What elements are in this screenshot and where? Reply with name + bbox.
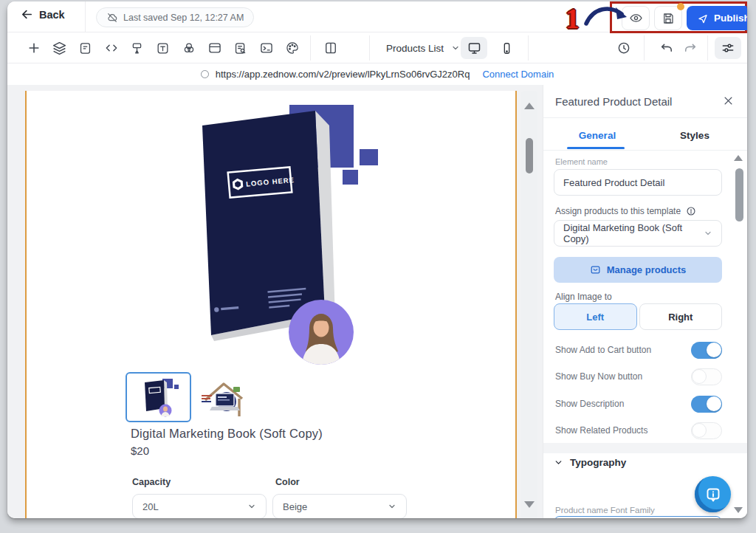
last-saved-text: Last saved Sep 12, 12:27 AM: [123, 13, 244, 23]
section-divider: [543, 443, 747, 453]
sliders-icon: [721, 41, 735, 55]
scrollbar-thumb[interactable]: [526, 138, 533, 173]
scroll-up-arrow[interactable]: [524, 103, 535, 109]
product-thumbnail-selected[interactable]: [126, 372, 191, 422]
pages-icon[interactable]: [72, 32, 98, 63]
back-arrow-icon: [21, 8, 33, 21]
active-tab-underline: [567, 147, 625, 149]
app-window: Back Last saved Sep 12, 12:27 AM: [0, 0, 756, 533]
tab-general[interactable]: General: [554, 123, 641, 147]
divider: [369, 35, 370, 61]
undo-button[interactable]: [654, 37, 679, 59]
split-columns-icon[interactable]: [317, 32, 343, 63]
chat-info-icon: [704, 486, 722, 503]
assigned-product-value: Digital Marketing Book (Soft Copy): [563, 222, 704, 244]
divider: [644, 35, 645, 61]
page-selector-dropdown[interactable]: Products List: [380, 32, 466, 63]
toggle-row-buy-now: Show Buy Now button: [555, 368, 722, 385]
toggle-row-add-to-cart: Show Add to Cart button: [555, 341, 722, 359]
back-button[interactable]: Back: [21, 8, 65, 21]
element-name-input[interactable]: [554, 169, 722, 196]
align-left-button[interactable]: Left: [554, 303, 637, 330]
font-family-select[interactable]: [554, 516, 722, 518]
chevron-down-icon: [451, 44, 460, 52]
theme-palette-icon[interactable]: [279, 32, 305, 63]
element-toolbar-icons: [21, 32, 305, 63]
design-paint-icon[interactable]: [124, 32, 150, 63]
version-history-button[interactable]: [611, 37, 636, 59]
typography-section-header[interactable]: Typography: [554, 457, 626, 468]
scroll-down-arrow[interactable]: [524, 501, 535, 508]
redo-icon: [683, 41, 698, 55]
toggle-row-description: Show Description: [555, 395, 722, 413]
blend-circles-icon[interactable]: [176, 32, 202, 63]
add-element-icon[interactable]: [21, 32, 47, 63]
capacity-select[interactable]: 20L: [132, 494, 267, 518]
top-bar: Back Last saved Sep 12, 12:27 AM: [7, 1, 747, 32]
builder-window: Back Last saved Sep 12, 12:27 AM: [7, 1, 747, 518]
help-chat-button[interactable]: [695, 476, 731, 512]
undo-icon: [659, 41, 674, 55]
main-area: LOGO HERE: [7, 85, 747, 518]
canvas-scrollbar[interactable]: [521, 91, 537, 518]
annotation-step-number: 1: [566, 3, 580, 35]
show-related-products-toggle[interactable]: [691, 422, 722, 439]
divider: [310, 35, 311, 61]
chevron-down-icon: [554, 458, 563, 467]
panel-scrollbar-thumb[interactable]: [735, 168, 743, 221]
chevron-down-icon: [247, 502, 256, 511]
show-add-to-cart-toggle[interactable]: [691, 342, 722, 359]
color-select[interactable]: Beige: [272, 494, 407, 518]
product-thumbnail-2[interactable]: [199, 378, 247, 421]
chevron-down-icon: [388, 502, 396, 511]
cloud-off-icon: [106, 12, 118, 24]
section-card-icon[interactable]: [202, 32, 227, 63]
align-image-label: Align Image to: [555, 292, 612, 302]
back-label: Back: [39, 9, 65, 21]
preferences-button[interactable]: [715, 37, 741, 59]
send-icon: [697, 13, 709, 24]
text-icon[interactable]: [150, 32, 176, 63]
product-price: $20: [131, 444, 149, 457]
save-button[interactable]: [654, 6, 682, 30]
layers-icon[interactable]: [47, 32, 72, 63]
element-name-label: Element name: [555, 157, 608, 166]
assigned-product-select[interactable]: Digital Marketing Book (Soft Copy): [554, 220, 722, 247]
settings-panel: Featured Product Detail General Styles E…: [543, 85, 747, 518]
toggle-row-related-products: Show Related Products: [555, 422, 722, 439]
embed-terminal-icon[interactable]: [253, 32, 279, 63]
publish-button[interactable]: Publish: [687, 6, 747, 30]
page-selector-value: Products List: [386, 43, 444, 54]
align-right-button[interactable]: Right: [639, 303, 723, 330]
show-description-toggle[interactable]: [691, 396, 722, 413]
mobile-icon: [500, 41, 514, 55]
option-label-capacity: Capacity: [132, 477, 171, 487]
floppy-icon: [662, 12, 675, 25]
manage-products-button[interactable]: Manage products: [554, 257, 722, 283]
info-icon[interactable]: [686, 206, 696, 216]
url-status-icon: [201, 70, 209, 78]
divider: [543, 117, 747, 118]
align-image-buttons: Left Right: [554, 303, 722, 330]
option-label-color: Color: [275, 477, 300, 487]
panel-scroll-up-arrow[interactable]: [734, 155, 743, 161]
redo-button[interactable]: [678, 37, 703, 59]
show-buy-now-toggle[interactable]: [691, 368, 722, 385]
panel-title: Featured Product Detail: [555, 95, 672, 108]
tab-styles[interactable]: Styles: [651, 123, 738, 147]
topbar-actions: Publish: [622, 6, 747, 30]
connect-domain-link[interactable]: Connect Domain: [482, 69, 554, 80]
unsaved-changes-dot: [677, 3, 684, 10]
page-canvas[interactable]: LOGO HERE: [25, 91, 517, 518]
desktop-preview-button[interactable]: [461, 37, 487, 59]
author-avatar: [289, 300, 354, 365]
form-search-icon[interactable]: [227, 32, 253, 63]
eye-icon: [629, 11, 643, 25]
last-saved-pill: Last saved Sep 12, 12:27 AM: [96, 7, 254, 27]
mobile-preview-button[interactable]: [493, 37, 520, 59]
history-clock-icon: [616, 41, 631, 55]
preview-url: https://app.zednow.com/v2/preview/lPkyLr…: [216, 69, 470, 80]
custom-code-icon[interactable]: [98, 32, 124, 63]
panel-scroll-down-arrow[interactable]: [734, 507, 743, 513]
close-icon[interactable]: [723, 95, 734, 106]
